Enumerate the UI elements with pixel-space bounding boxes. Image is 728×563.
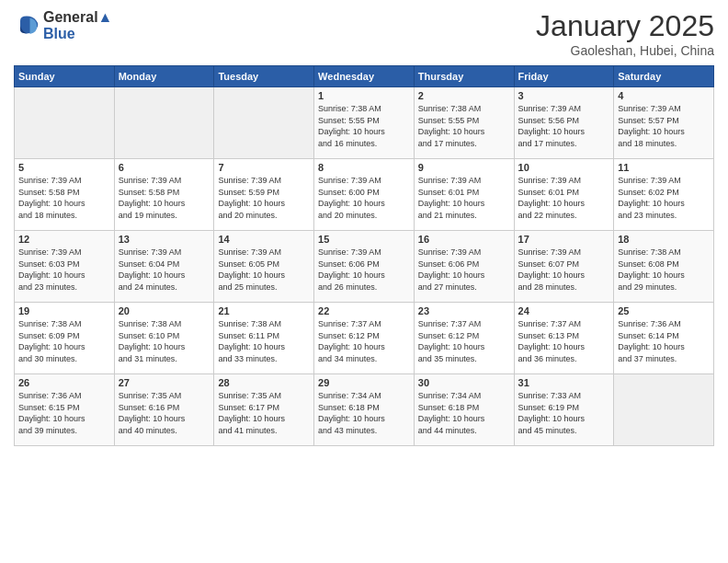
- day-info: Sunrise: 7:39 AM Sunset: 6:06 PM Dayligh…: [418, 247, 510, 293]
- day-number: 26: [18, 377, 110, 388]
- day-info: Sunrise: 7:39 AM Sunset: 6:05 PM Dayligh…: [218, 247, 310, 293]
- calendar-cell: 13Sunrise: 7:39 AM Sunset: 6:04 PM Dayli…: [114, 231, 214, 303]
- day-info: Sunrise: 7:39 AM Sunset: 6:01 PM Dayligh…: [418, 175, 510, 221]
- day-number: 2: [418, 90, 510, 101]
- day-number: 19: [18, 305, 110, 316]
- calendar-subtitle: Gaoleshan, Hubei, China: [536, 43, 714, 58]
- day-number: 27: [119, 377, 210, 388]
- day-number: 17: [518, 234, 610, 245]
- day-info: Sunrise: 7:39 AM Sunset: 6:07 PM Dayligh…: [518, 247, 610, 293]
- logo-icon: [14, 13, 40, 39]
- day-info: Sunrise: 7:35 AM Sunset: 6:16 PM Dayligh…: [119, 390, 210, 436]
- calendar-cell: 25Sunrise: 7:36 AM Sunset: 6:14 PM Dayli…: [614, 303, 714, 374]
- calendar-cell: [15, 87, 115, 159]
- day-number: 13: [119, 234, 210, 245]
- day-number: 28: [218, 377, 310, 388]
- calendar-cell: 27Sunrise: 7:35 AM Sunset: 6:16 PM Dayli…: [114, 374, 214, 446]
- calendar-cell: 26Sunrise: 7:36 AM Sunset: 6:15 PM Dayli…: [15, 374, 115, 446]
- logo: General▲ Blue: [14, 9, 112, 42]
- calendar-cell: 18Sunrise: 7:38 AM Sunset: 6:08 PM Dayli…: [614, 231, 714, 303]
- calendar-cell: 5Sunrise: 7:39 AM Sunset: 5:58 PM Daylig…: [15, 159, 115, 231]
- page: General▲ Blue January 2025 Gaoleshan, Hu…: [0, 0, 728, 563]
- day-number: 31: [518, 377, 610, 388]
- day-number: 10: [518, 162, 610, 173]
- calendar-cell: 6Sunrise: 7:39 AM Sunset: 5:58 PM Daylig…: [114, 159, 214, 231]
- day-number: 20: [119, 305, 210, 316]
- day-number: 3: [518, 90, 610, 101]
- day-info: Sunrise: 7:39 AM Sunset: 6:02 PM Dayligh…: [618, 175, 710, 221]
- calendar-cell: 2Sunrise: 7:38 AM Sunset: 5:55 PM Daylig…: [414, 87, 514, 159]
- day-info: Sunrise: 7:39 AM Sunset: 5:56 PM Dayligh…: [518, 103, 610, 149]
- day-info: Sunrise: 7:38 AM Sunset: 6:08 PM Dayligh…: [618, 247, 710, 293]
- day-info: Sunrise: 7:37 AM Sunset: 6:13 PM Dayligh…: [518, 318, 610, 364]
- day-number: 11: [618, 162, 710, 173]
- day-number: 8: [318, 162, 410, 173]
- day-number: 23: [418, 305, 510, 316]
- day-info: Sunrise: 7:34 AM Sunset: 6:18 PM Dayligh…: [418, 390, 510, 436]
- calendar-cell: 12Sunrise: 7:39 AM Sunset: 6:03 PM Dayli…: [15, 231, 115, 303]
- calendar-week-5: 26Sunrise: 7:36 AM Sunset: 6:15 PM Dayli…: [15, 374, 714, 446]
- day-number: 30: [418, 377, 510, 388]
- day-info: Sunrise: 7:36 AM Sunset: 6:14 PM Dayligh…: [618, 318, 710, 364]
- day-info: Sunrise: 7:39 AM Sunset: 5:58 PM Dayligh…: [119, 175, 210, 221]
- calendar-cell: 14Sunrise: 7:39 AM Sunset: 6:05 PM Dayli…: [214, 231, 314, 303]
- col-monday: Monday: [114, 66, 214, 87]
- calendar-cell: 20Sunrise: 7:38 AM Sunset: 6:10 PM Dayli…: [114, 303, 214, 374]
- calendar-cell: 17Sunrise: 7:39 AM Sunset: 6:07 PM Dayli…: [514, 231, 614, 303]
- title-block: January 2025 Gaoleshan, Hubei, China: [536, 9, 714, 58]
- header-row: Sunday Monday Tuesday Wednesday Thursday…: [15, 66, 714, 87]
- day-number: 1: [318, 90, 410, 101]
- day-number: 24: [518, 305, 610, 316]
- day-info: Sunrise: 7:33 AM Sunset: 6:19 PM Dayligh…: [518, 390, 610, 436]
- calendar-cell: 8Sunrise: 7:39 AM Sunset: 6:00 PM Daylig…: [314, 159, 415, 231]
- day-number: 29: [318, 377, 410, 388]
- calendar-cell: 23Sunrise: 7:37 AM Sunset: 6:12 PM Dayli…: [414, 303, 514, 374]
- col-saturday: Saturday: [614, 66, 714, 87]
- day-number: 12: [18, 234, 110, 245]
- day-info: Sunrise: 7:37 AM Sunset: 6:12 PM Dayligh…: [418, 318, 510, 364]
- col-tuesday: Tuesday: [214, 66, 314, 87]
- calendar-cell: 21Sunrise: 7:38 AM Sunset: 6:11 PM Dayli…: [214, 303, 314, 374]
- calendar-cell: [214, 87, 314, 159]
- day-info: Sunrise: 7:38 AM Sunset: 5:55 PM Dayligh…: [318, 103, 410, 149]
- day-number: 6: [119, 162, 210, 173]
- day-info: Sunrise: 7:39 AM Sunset: 6:00 PM Dayligh…: [318, 175, 410, 221]
- calendar-cell: 29Sunrise: 7:34 AM Sunset: 6:18 PM Dayli…: [314, 374, 415, 446]
- day-number: 16: [418, 234, 510, 245]
- calendar-cell: 1Sunrise: 7:38 AM Sunset: 5:55 PM Daylig…: [314, 87, 415, 159]
- day-info: Sunrise: 7:39 AM Sunset: 6:04 PM Dayligh…: [119, 247, 210, 293]
- day-number: 14: [218, 234, 310, 245]
- day-info: Sunrise: 7:38 AM Sunset: 6:09 PM Dayligh…: [18, 318, 110, 364]
- col-thursday: Thursday: [414, 66, 514, 87]
- calendar-cell: 11Sunrise: 7:39 AM Sunset: 6:02 PM Dayli…: [614, 159, 714, 231]
- calendar-cell: 22Sunrise: 7:37 AM Sunset: 6:12 PM Dayli…: [314, 303, 415, 374]
- day-number: 5: [18, 162, 110, 173]
- day-number: 21: [218, 305, 310, 316]
- calendar-cell: 31Sunrise: 7:33 AM Sunset: 6:19 PM Dayli…: [514, 374, 614, 446]
- calendar-week-4: 19Sunrise: 7:38 AM Sunset: 6:09 PM Dayli…: [15, 303, 714, 374]
- calendar-cell: 30Sunrise: 7:34 AM Sunset: 6:18 PM Dayli…: [414, 374, 514, 446]
- calendar-cell: 9Sunrise: 7:39 AM Sunset: 6:01 PM Daylig…: [414, 159, 514, 231]
- day-info: Sunrise: 7:38 AM Sunset: 5:55 PM Dayligh…: [418, 103, 510, 149]
- logo-text: General▲ Blue: [43, 9, 112, 42]
- day-info: Sunrise: 7:39 AM Sunset: 5:57 PM Dayligh…: [618, 103, 710, 149]
- calendar-cell: [614, 374, 714, 446]
- calendar-cell: 24Sunrise: 7:37 AM Sunset: 6:13 PM Dayli…: [514, 303, 614, 374]
- calendar-cell: 3Sunrise: 7:39 AM Sunset: 5:56 PM Daylig…: [514, 87, 614, 159]
- day-number: 18: [618, 234, 710, 245]
- day-info: Sunrise: 7:34 AM Sunset: 6:18 PM Dayligh…: [318, 390, 410, 436]
- calendar-week-2: 5Sunrise: 7:39 AM Sunset: 5:58 PM Daylig…: [15, 159, 714, 231]
- calendar-cell: 28Sunrise: 7:35 AM Sunset: 6:17 PM Dayli…: [214, 374, 314, 446]
- day-info: Sunrise: 7:39 AM Sunset: 6:06 PM Dayligh…: [318, 247, 410, 293]
- calendar-cell: 4Sunrise: 7:39 AM Sunset: 5:57 PM Daylig…: [614, 87, 714, 159]
- day-number: 15: [318, 234, 410, 245]
- calendar-week-1: 1Sunrise: 7:38 AM Sunset: 5:55 PM Daylig…: [15, 87, 714, 159]
- calendar-cell: 15Sunrise: 7:39 AM Sunset: 6:06 PM Dayli…: [314, 231, 415, 303]
- day-number: 9: [418, 162, 510, 173]
- header: General▲ Blue January 2025 Gaoleshan, Hu…: [14, 9, 714, 58]
- col-wednesday: Wednesday: [314, 66, 415, 87]
- day-info: Sunrise: 7:39 AM Sunset: 6:01 PM Dayligh…: [518, 175, 610, 221]
- col-friday: Friday: [514, 66, 614, 87]
- calendar-cell: 19Sunrise: 7:38 AM Sunset: 6:09 PM Dayli…: [15, 303, 115, 374]
- calendar-week-3: 12Sunrise: 7:39 AM Sunset: 6:03 PM Dayli…: [15, 231, 714, 303]
